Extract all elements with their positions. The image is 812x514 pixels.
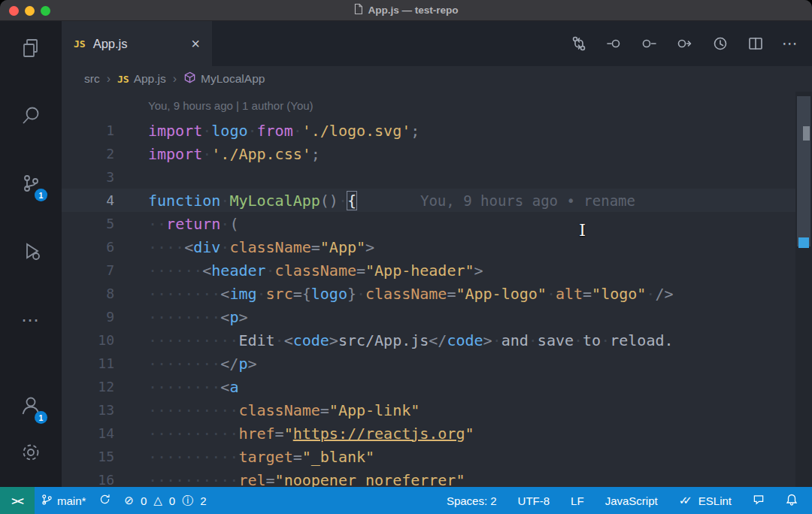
code-line-4[interactable]: 4function·MyLocalApp()·{You, 9 hours ago… xyxy=(62,189,812,212)
code-token: "noopener noreferrer" xyxy=(275,471,465,488)
code-line-10[interactable]: 10··········Edit·<code>src/App.js</code>… xyxy=(62,328,812,352)
code-line-11[interactable]: 11········</p> xyxy=(62,352,812,375)
sidebar-item-more-views[interactable]: ⋯ xyxy=(16,307,46,334)
code-line-14[interactable]: 14··········href="https://reactjs.org" xyxy=(62,422,812,445)
branch-name: main* xyxy=(57,494,86,507)
open-changes-icon[interactable] xyxy=(641,35,659,53)
code-line-9[interactable]: 9········<p> xyxy=(62,305,812,328)
code-token: </ xyxy=(429,331,447,349)
code-token: < xyxy=(220,378,229,396)
code-token: "App" xyxy=(320,238,365,256)
code-token: = xyxy=(275,425,284,443)
eslint-status-item[interactable]: ✓✓ ESLint xyxy=(672,487,738,514)
sidebar-item-source-control[interactable]: 1 xyxy=(16,171,46,198)
close-tab-icon[interactable]: × xyxy=(191,36,200,51)
code-token: ···· xyxy=(148,238,184,256)
eol-status-item[interactable]: LF xyxy=(564,487,591,514)
code-token: p xyxy=(229,308,238,326)
line-number: 11 xyxy=(62,355,114,371)
code-line-6[interactable]: 6····<div·className="App"> xyxy=(62,235,812,259)
code-text: import·'./App.css'; xyxy=(148,145,320,163)
problems-status-item[interactable]: ⊘ 0 △ 0 ⓘ 2 xyxy=(117,487,215,514)
code-line-13[interactable]: 13··········className="App-link" xyxy=(62,398,812,422)
line-number: 1 xyxy=(62,122,114,138)
code-line-2[interactable]: 2import·'./App.css'; xyxy=(62,142,812,165)
code-token: > xyxy=(238,308,247,326)
scrollbar-thumb[interactable] xyxy=(797,96,810,246)
minimize-window-button[interactable] xyxy=(25,6,35,16)
code-token: https://reactjs.org xyxy=(293,425,465,443)
code-token: code xyxy=(447,331,483,349)
feedback-status-item[interactable] xyxy=(746,487,771,514)
git-compare-icon[interactable] xyxy=(570,35,588,53)
code-token: = xyxy=(266,471,275,488)
breadcrumb-appjs[interactable]: JS App.js xyxy=(117,72,166,86)
code-line-5[interactable]: 5··return·( xyxy=(62,212,812,235)
notifications-status-item[interactable] xyxy=(779,487,804,514)
remote-indicator[interactable]: >< xyxy=(0,487,35,514)
code-text: ······<header·className="App-header"> xyxy=(148,262,483,280)
breadcrumb-mylocalapp[interactable]: MyLocalApp xyxy=(183,71,265,87)
code-text: ··return·( xyxy=(148,215,238,233)
vertical-scrollbar[interactable] xyxy=(795,92,812,487)
code-text: import·logo·from·'./logo.svg'; xyxy=(148,122,420,140)
accounts-button[interactable]: 1 xyxy=(16,394,46,421)
code-line-7[interactable]: 7······<header·className="App-header"> xyxy=(62,259,812,282)
code-token: </ xyxy=(220,355,238,373)
settings-button[interactable] xyxy=(16,440,46,467)
activity-bar: 1 ⋯ 1 xyxy=(0,21,62,487)
code-text: ········<img·src={logo}·className="App-l… xyxy=(148,285,673,303)
file-history-icon[interactable] xyxy=(711,35,729,53)
code-token: " xyxy=(284,425,293,443)
code-token: logo xyxy=(211,122,247,140)
code-token: div xyxy=(193,238,220,256)
previous-change-icon[interactable] xyxy=(605,35,623,53)
code-token: · xyxy=(202,122,211,140)
split-editor-icon[interactable] xyxy=(747,35,765,53)
window-title-text: App.js — test-repo xyxy=(368,5,458,16)
sync-status-item[interactable] xyxy=(92,487,117,514)
gitlens-codelens[interactable]: You, 9 hours ago | 1 author (You) xyxy=(62,92,812,119)
code-token: save xyxy=(538,331,574,349)
branch-status-item[interactable]: main* xyxy=(35,487,92,514)
branch-icon xyxy=(41,494,53,508)
zoom-window-button[interactable] xyxy=(41,6,50,16)
code-line-3[interactable]: 3 xyxy=(62,165,812,189)
breadcrumb-src[interactable]: src xyxy=(84,72,100,86)
editor-actions: ⋯ xyxy=(570,21,812,66)
error-count: 0 xyxy=(141,494,147,507)
more-actions-icon[interactable]: ⋯ xyxy=(782,35,798,53)
code-line-8[interactable]: 8········<img·src={logo}·className="App-… xyxy=(62,282,812,305)
code-token: = xyxy=(356,262,365,280)
code-token: from xyxy=(257,122,293,140)
code-line-1[interactable]: 1import·logo·from·'./logo.svg'; xyxy=(62,119,812,142)
code-editor[interactable]: You, 9 hours ago | 1 author (You) 1impor… xyxy=(62,92,812,487)
double-check-icon: ✓✓ xyxy=(679,494,687,507)
code-lines: 1import·logo·from·'./logo.svg';2import·'… xyxy=(62,119,812,487)
code-text: ··········target="_blank" xyxy=(148,448,374,466)
warning-icon: △ xyxy=(153,494,162,507)
code-line-12[interactable]: 12········<a xyxy=(62,375,812,398)
code-token: import xyxy=(148,122,202,140)
next-change-icon[interactable] xyxy=(676,35,694,53)
sidebar-item-explorer[interactable] xyxy=(16,36,46,63)
code-token: className xyxy=(275,262,356,280)
code-token: { xyxy=(347,192,356,210)
code-token: = xyxy=(447,285,456,303)
tab-appjs[interactable]: JS App.js × xyxy=(62,21,212,66)
indentation-status-item[interactable]: Spaces: 2 xyxy=(440,487,504,514)
sidebar-item-search[interactable] xyxy=(16,104,46,131)
line-number: 15 xyxy=(62,449,114,464)
close-window-button[interactable] xyxy=(9,6,19,16)
overview-ruler-cursor-marker xyxy=(798,237,809,248)
code-line-16[interactable]: 16··········rel="noopener noreferrer" xyxy=(62,468,812,487)
encoding-status-item[interactable]: UTF-8 xyxy=(511,487,557,514)
code-line-15[interactable]: 15··········target="_blank" xyxy=(62,445,812,468)
overview-ruler-change-marker xyxy=(803,126,810,141)
sidebar-item-run-debug[interactable] xyxy=(16,239,46,266)
search-icon xyxy=(19,104,43,131)
language-status-item[interactable]: JavaScript xyxy=(598,487,665,514)
code-token: · xyxy=(266,262,275,280)
gear-icon xyxy=(19,440,43,467)
code-token: MyLocalApp xyxy=(229,192,320,210)
